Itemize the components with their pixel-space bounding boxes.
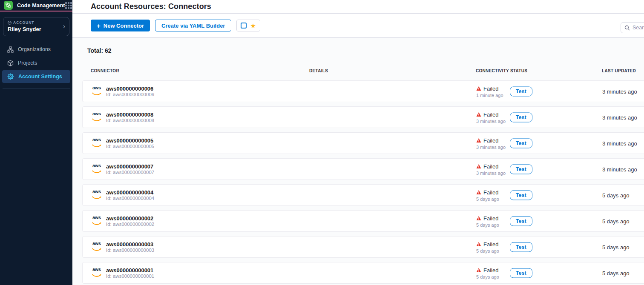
plus-icon: + xyxy=(97,23,101,29)
connector-cell[interactable]: aws aws000000000006 Id: aws000000000006 xyxy=(91,86,154,97)
connector-cell[interactable]: aws aws000000000003 Id: aws000000000003 xyxy=(91,241,154,253)
table-row[interactable]: aws aws000000000002 Id: aws000000000002 … xyxy=(82,210,644,232)
code-management-logo-icon[interactable] xyxy=(4,1,13,10)
connector-cell[interactable]: aws aws000000000005 Id: aws000000000005 xyxy=(91,137,154,149)
sidebar-divider xyxy=(3,88,70,88)
aws-icon: aws xyxy=(91,111,102,123)
connectors-content: Total: 62 CONNECTOR DETAILS CONNECTIVITY… xyxy=(72,38,644,285)
connector-name-stack: aws000000000006 Id: aws000000000006 xyxy=(106,86,154,97)
aws-icon: aws xyxy=(91,86,102,97)
connector-cell[interactable]: aws aws000000000004 Id: aws000000000004 xyxy=(91,189,154,201)
connector-cell[interactable]: aws aws000000000007 Id: aws000000000007 xyxy=(91,163,154,175)
connector-name: aws000000000005 xyxy=(106,137,154,144)
status-text: Failed xyxy=(483,85,498,91)
warning-triangle-icon xyxy=(476,86,481,91)
account-label: ACCOUNT xyxy=(13,20,34,25)
search-icon xyxy=(624,25,630,31)
connector-name: aws000000000004 xyxy=(106,189,154,196)
connector-id: Id: aws000000000006 xyxy=(106,92,154,97)
account-label-row: ACCOUNT xyxy=(8,20,58,25)
warning-triangle-icon xyxy=(476,112,481,117)
test-button[interactable]: Test xyxy=(510,216,532,226)
test-button[interactable]: Test xyxy=(510,138,532,148)
test-button[interactable]: Test xyxy=(510,86,532,96)
sidebar-item-label: Organizations xyxy=(18,46,51,52)
last-updated: 3 minutes ago xyxy=(602,140,637,146)
sidebar-item-organizations[interactable]: Organizations xyxy=(2,43,70,56)
org-chart-icon xyxy=(7,46,14,53)
connectivity-status-cell: Failed 5 days ago xyxy=(476,241,499,253)
column-header-connectivity-status: CONNECTIVITY STATUS xyxy=(476,68,527,73)
sidebar-item-label: Account Settings xyxy=(18,74,62,80)
connector-name-stack: aws000000000001 Id: aws000000000001 xyxy=(106,267,154,279)
test-button[interactable]: Test xyxy=(510,164,532,174)
table-row[interactable]: aws aws000000000008 Id: aws000000000008 … xyxy=(82,106,644,128)
connector-cell[interactable]: aws aws000000000002 Id: aws000000000002 xyxy=(91,215,154,227)
connector-name: aws000000000002 xyxy=(106,215,154,222)
table-row[interactable]: aws aws000000000005 Id: aws000000000005 … xyxy=(82,132,644,154)
connectivity-status-cell: Failed 5 days ago xyxy=(476,189,499,201)
chevron-right-icon[interactable]: › xyxy=(63,23,65,30)
test-button[interactable]: Test xyxy=(510,242,532,252)
connector-name-stack: aws000000000004 Id: aws000000000004 xyxy=(106,189,154,201)
table-row[interactable]: aws aws000000000003 Id: aws000000000003 … xyxy=(82,236,644,258)
connectivity-status-cell: Failed 5 days ago xyxy=(476,215,499,227)
status-text: Failed xyxy=(483,215,498,221)
connector-name-stack: aws000000000007 Id: aws000000000007 xyxy=(106,163,154,175)
star-icon[interactable]: ★ xyxy=(250,23,256,29)
connector-id: Id: aws000000000005 xyxy=(106,144,154,149)
connector-name: aws000000000008 xyxy=(106,111,154,118)
status-time: 3 minutes ago xyxy=(476,170,506,175)
status-text: Failed xyxy=(483,137,498,143)
last-updated: 5 days ago xyxy=(602,192,630,198)
table-row[interactable]: aws aws000000000001 Id: aws000000000001 … xyxy=(82,262,644,284)
connector-cell[interactable]: aws aws000000000008 Id: aws000000000008 xyxy=(91,111,154,123)
connector-id: Id: aws000000000002 xyxy=(106,222,154,227)
main-area: Account Resources: Connectors + New Conn… xyxy=(72,0,644,285)
search-input[interactable] xyxy=(632,25,644,31)
sidebar: Code Management ACCOUNT Riley Snyder › O… xyxy=(0,0,72,285)
last-updated: 5 days ago xyxy=(602,270,630,276)
table-row[interactable]: aws aws000000000004 Id: aws000000000004 … xyxy=(82,184,644,206)
connectivity-status-cell: Failed 5 days ago xyxy=(476,267,499,279)
connectivity-status-cell: Failed 3 minutes ago xyxy=(476,137,506,149)
status-time: 5 days ago xyxy=(476,196,499,201)
status-text: Failed xyxy=(483,189,498,195)
aws-icon: aws xyxy=(91,163,102,175)
table-row[interactable]: aws aws000000000007 Id: aws000000000007 … xyxy=(82,158,644,180)
test-button[interactable]: Test xyxy=(510,268,532,278)
account-scope-selector[interactable]: ACCOUNT Riley Snyder › xyxy=(3,17,69,36)
last-updated: 5 days ago xyxy=(602,218,630,224)
sidebar-item-account-settings[interactable]: Account Settings xyxy=(2,70,70,83)
sidebar-item-projects[interactable]: Projects xyxy=(2,57,70,69)
column-header-last-updated: LAST UPDATED xyxy=(602,68,636,73)
aws-icon: aws xyxy=(91,189,102,201)
page-header: Account Resources: Connectors xyxy=(72,0,644,14)
table-row[interactable]: aws aws000000000006 Id: aws000000000006 … xyxy=(82,80,644,102)
warning-triangle-icon xyxy=(476,164,481,168)
connectivity-status-cell: Failed 3 minutes ago xyxy=(476,163,506,175)
connector-name-stack: aws000000000002 Id: aws000000000002 xyxy=(106,215,154,227)
favorites-checkbox[interactable] xyxy=(241,23,247,28)
warning-triangle-icon xyxy=(476,138,481,142)
test-button[interactable]: Test xyxy=(510,190,532,200)
warning-triangle-icon xyxy=(476,268,481,272)
test-button[interactable]: Test xyxy=(510,112,532,122)
status-time: 3 minutes ago xyxy=(476,118,506,123)
total-label: Total: xyxy=(87,47,103,54)
connector-name: aws000000000003 xyxy=(106,241,154,248)
status-time: 3 minutes ago xyxy=(476,144,506,149)
new-connector-button[interactable]: + New Connector xyxy=(91,20,150,31)
connectivity-status-cell: Failed 3 minutes ago xyxy=(476,111,506,123)
new-connector-label: New Connector xyxy=(104,23,144,29)
status-text: Failed xyxy=(483,267,498,273)
last-updated: 3 minutes ago xyxy=(602,88,637,94)
connector-cell[interactable]: aws aws000000000001 Id: aws000000000001 xyxy=(91,267,154,279)
connector-rows: aws aws000000000006 Id: aws000000000006 … xyxy=(72,80,644,285)
aws-icon: aws xyxy=(91,267,102,279)
connectivity-status-cell: Failed 1 minute ago xyxy=(476,85,503,97)
yaml-builder-button[interactable]: Create via YAML Builder xyxy=(155,20,231,31)
module-grid-icon[interactable] xyxy=(65,2,72,9)
module-accent-line xyxy=(0,11,72,11)
account-name: Riley Snyder xyxy=(8,26,58,32)
